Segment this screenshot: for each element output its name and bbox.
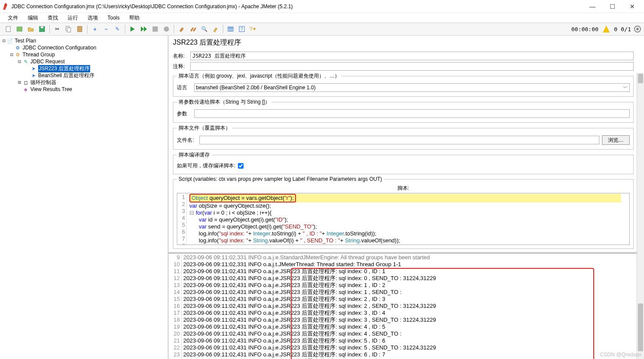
name-label: 名称:: [173, 52, 188, 60]
panel-title: JSR223 后置处理程序: [173, 38, 634, 47]
copy-icon[interactable]: [64, 24, 73, 34]
expand-icon[interactable]: ＋: [90, 24, 100, 34]
menu-run[interactable]: 运行: [63, 13, 82, 23]
cache-checkbox[interactable]: [238, 163, 244, 169]
log-gutter: 91011121314151617181920212223242526: [169, 254, 182, 359]
stop-icon[interactable]: [150, 24, 160, 34]
jmeter-icon: [2, 3, 9, 10]
lang-dropdown[interactable]: beanshell (BeanShell 2.0b6 / BeanShell E…: [194, 83, 630, 92]
menu-edit[interactable]: 编辑: [23, 13, 42, 23]
shutdown-icon[interactable]: [162, 24, 171, 34]
svg-rect-7: [153, 26, 158, 32]
file-fieldset: 脚本文件（覆盖脚本） 文件名: 浏览…: [173, 124, 634, 150]
function-helper-icon[interactable]: [226, 24, 235, 34]
menubar: 文件 编辑 查找 运行 选项 Tools 帮助: [0, 13, 644, 23]
lang-value: beanshell (BeanShell 2.0b6 / BeanShell E…: [196, 85, 315, 91]
tree-jdbc-request[interactable]: ⊟✎JDBC Request: [1, 58, 167, 65]
svg-rect-5: [67, 28, 71, 32]
svg-rect-1: [17, 27, 22, 31]
separator: [49, 25, 50, 33]
titlebar: JDBC Connection Configuration.jmx (C:\Us…: [0, 0, 644, 13]
menu-help[interactable]: 帮助: [125, 13, 144, 23]
clear-icon[interactable]: [177, 24, 186, 34]
comment-label: 注释:: [173, 63, 188, 70]
separator: [223, 25, 223, 33]
cut-icon[interactable]: ✂: [52, 24, 62, 34]
tree-loop-controller[interactable]: ⊞◻循环控制器: [1, 79, 167, 86]
menu-search[interactable]: 查找: [43, 13, 62, 23]
separator: [125, 25, 125, 33]
templates-icon[interactable]: [15, 24, 24, 34]
reset-search-icon[interactable]: [211, 24, 220, 34]
script-fieldset: Script (variables: ctx vars props prev s…: [173, 176, 634, 249]
timer: 00:00:00: [571, 26, 601, 33]
minimize-button[interactable]: ―: [582, 0, 602, 13]
tree-jsr223[interactable]: ➤JSR223 后置处理程序: [1, 65, 167, 72]
params-fieldset: 将参数传递给脚本（String 与 String []） 参数: [173, 98, 634, 123]
watermark: CSDN @Qredsun: [600, 352, 641, 358]
cache-legend: 脚本编译缓存: [177, 151, 211, 159]
lang-legend: 脚本语言（例如 groovy、jexl、javascript（性能问题避免使用）…: [177, 72, 342, 80]
params-input[interactable]: [194, 109, 630, 118]
file-label: 文件名:: [177, 137, 197, 144]
thread-count: 0 0/1: [611, 26, 634, 33]
cache-label: 如果可用，缓存编译脚本:: [177, 162, 235, 170]
tree-results-tree[interactable]: ◆View Results Tree: [1, 86, 167, 93]
editor-gutter: 12345678: [177, 193, 187, 245]
cache-fieldset: 脚本编译缓存 如果可用，缓存编译脚本:: [173, 151, 634, 174]
menu-options[interactable]: 选项: [83, 13, 102, 23]
maximize-button[interactable]: ☐: [602, 0, 622, 13]
script-center-label: 脚本:: [177, 185, 630, 192]
separator: [174, 25, 174, 33]
main: ⊟📄Test Plan ⚙JDBC Connection Configurati…: [0, 36, 644, 359]
svg-point-13: [636, 28, 639, 30]
svg-rect-0: [6, 26, 10, 32]
whatsthis-icon[interactable]: ?✦: [248, 24, 258, 34]
clear-all-icon[interactable]: [188, 24, 198, 34]
svg-rect-6: [78, 26, 82, 32]
tree-beanshell[interactable]: ➤BeanShell 后置处理程序: [1, 72, 167, 79]
search-icon[interactable]: 🔍: [199, 24, 209, 34]
start-no-pause-icon[interactable]: [139, 24, 149, 34]
menu-tools[interactable]: Tools: [103, 14, 124, 22]
paste-icon[interactable]: [75, 24, 85, 34]
window-title: JDBC Connection Configuration.jmx (C:\Us…: [11, 3, 582, 10]
tree-test-plan[interactable]: ⊟📄Test Plan: [1, 37, 167, 44]
tree-jdbc-config[interactable]: ⚙JDBC Connection Configuration: [1, 44, 167, 51]
file-input[interactable]: [199, 136, 599, 144]
name-input[interactable]: [190, 52, 634, 60]
lang-label: 语言: [177, 84, 192, 91]
toggle-icon[interactable]: ✎: [113, 24, 122, 34]
log-body: 2023-09-06 09:11:02,331 INFO o.a.j.e.Sta…: [182, 254, 637, 359]
log-panel[interactable]: 91011121314151617181920212223242526 2023…: [169, 254, 644, 359]
running-indicator-icon: [634, 25, 641, 33]
tree-thread-group[interactable]: ⊟⚙Thread Group: [1, 51, 167, 58]
params-legend: 将参数传递给脚本（String 与 String []）: [177, 98, 272, 106]
chevron-down-icon: ﹀: [623, 84, 628, 91]
file-legend: 脚本文件（覆盖脚本）: [177, 124, 232, 132]
new-icon[interactable]: [3, 24, 13, 34]
help-icon[interactable]: ?: [237, 24, 247, 34]
warning-icon[interactable]: [603, 26, 610, 33]
collapse-icon[interactable]: －: [101, 24, 111, 34]
open-icon[interactable]: [26, 24, 36, 34]
comment-input[interactable]: [190, 62, 634, 71]
editor-scrollbar[interactable]: [622, 193, 629, 245]
close-button[interactable]: ✕: [622, 0, 642, 13]
editor-panel: JSR223 后置处理程序 名称: 注释: 脚本语言（例如 groovy、jex…: [169, 36, 644, 359]
save-icon[interactable]: [37, 24, 47, 34]
svg-point-8: [164, 26, 169, 32]
test-plan-tree[interactable]: ⊟📄Test Plan ⚙JDBC Connection Configurati…: [0, 36, 169, 359]
lang-fieldset: 脚本语言（例如 groovy、jexl、javascript（性能问题避免使用）…: [173, 72, 634, 97]
svg-rect-3: [41, 26, 43, 28]
start-icon[interactable]: [128, 24, 137, 34]
menu-file[interactable]: 文件: [3, 13, 23, 23]
svg-text:?: ?: [241, 27, 243, 32]
log-scrollbar[interactable]: [637, 254, 644, 359]
editor-code[interactable]: Object queryObject = vars.getObject("r")…: [187, 193, 622, 245]
toolbar: ✂ ＋ － ✎ 🔍 ? ?✦ 00:00:00 0 0/1: [0, 23, 644, 36]
params-label: 参数: [177, 110, 192, 117]
script-legend: Script (variables: ctx vars props prev s…: [177, 176, 384, 182]
browse-button[interactable]: 浏览…: [602, 135, 630, 145]
script-editor[interactable]: 12345678 Object queryObject = vars.getOb…: [177, 193, 630, 245]
